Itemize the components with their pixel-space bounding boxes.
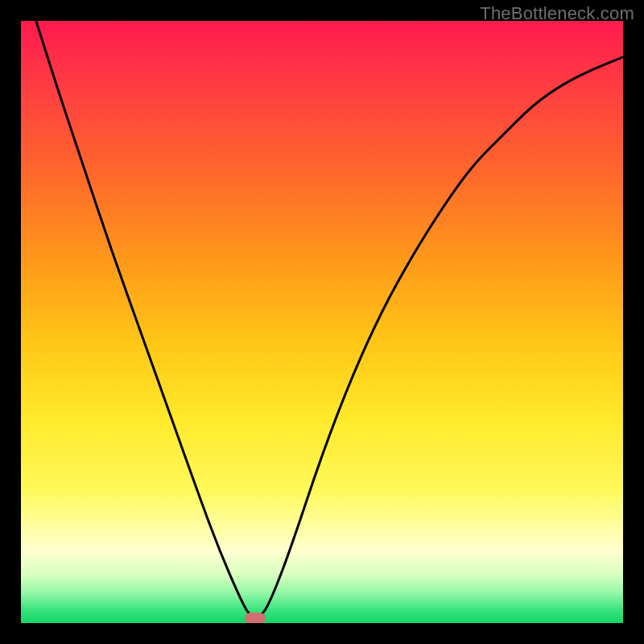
plot-area xyxy=(21,21,623,623)
chart-frame: TheBottleneck.com xyxy=(0,0,644,644)
curve-svg xyxy=(21,21,623,623)
optimal-marker xyxy=(245,613,266,623)
bottleneck-curve xyxy=(21,21,623,617)
watermark-text: TheBottleneck.com xyxy=(480,3,634,24)
